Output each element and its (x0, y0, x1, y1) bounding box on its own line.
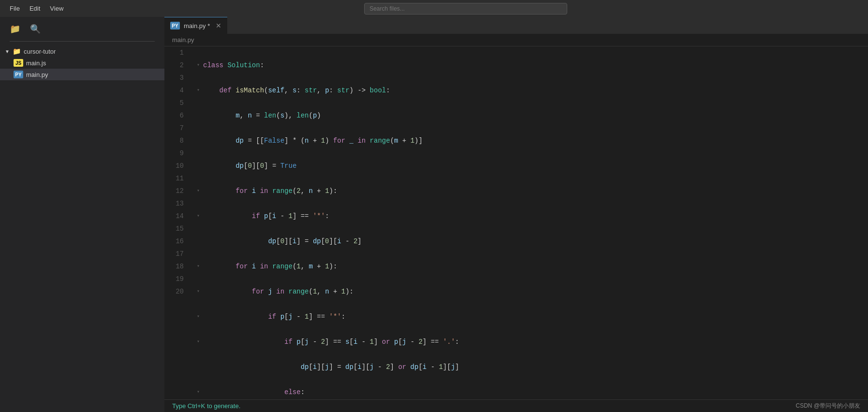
search-container (68, 3, 863, 15)
tab-close-button[interactable]: ✕ (216, 22, 221, 29)
breadcrumb: main.py (164, 34, 868, 46)
chevron-down-icon: ▼ (5, 49, 10, 54)
code-line-2: ▾ def isMatch(self, s: str, p: str) -> b… (193, 84, 868, 97)
py-badge: PY (14, 71, 23, 78)
breadcrumb-label: main.py (172, 36, 194, 44)
code-line-14: ▾ else: (193, 386, 868, 398)
code-editor[interactable]: 1 2 3 4 5 6 7 8 9 10 11 12 13 14 15 16 1… (164, 46, 868, 399)
tab-filename: main.py * (184, 22, 210, 29)
tab-py-badge: PY (170, 22, 180, 29)
code-line-13: dp[i][j] = dp[i][j - 2] or dp[i - 1][j] (193, 361, 868, 373)
js-badge: JS (14, 59, 23, 67)
code-line-7: ▾ if p[i - 1] == '*': (193, 210, 868, 222)
code-line-1: ▾class Solution: (193, 59, 868, 72)
code-line-3: m, n = len(s), len(p) (193, 109, 868, 122)
search-icon[interactable]: 🔍 (30, 24, 41, 34)
fold-arrow-11[interactable]: ▾ (193, 310, 203, 323)
fold-arrow-9[interactable]: ▾ (193, 260, 203, 273)
sidebar-folder-cursor-tutor[interactable]: ▼ 📁 cursor-tutor (0, 45, 164, 57)
filename-label: main.py (26, 71, 48, 78)
folder-label: cursor-tutor (24, 48, 56, 55)
status-bar: Type Ctrl+K to generate. CSDN @带问号的小朋友 (164, 399, 868, 412)
menu-edit[interactable]: Edit (25, 3, 45, 14)
sidebar-item-main-py[interactable]: PY main.py (0, 69, 164, 80)
tab-main-py[interactable]: PY main.py * ✕ (164, 17, 227, 34)
menu-view[interactable]: View (45, 3, 68, 14)
filename-label: main.js (26, 59, 46, 67)
sidebar-toolbar: 📁 🔍 (0, 17, 164, 41)
code-line-12: ▾ if p[j - 2] == s[i - 1] or p[j - 2] ==… (193, 336, 868, 348)
fold-arrow-1[interactable]: ▾ (193, 59, 203, 72)
folder-icon[interactable]: 📁 (10, 24, 20, 34)
code-line-8: dp[0][i] = dp[0][i - 2] (193, 235, 868, 248)
line-numbers: 1 2 3 4 5 6 7 8 9 10 11 12 13 14 15 16 1… (164, 46, 189, 399)
status-hint: Type Ctrl+K to generate. (172, 402, 240, 410)
code-line-11: ▾ if p[j - 1] == '*': (193, 310, 868, 323)
sidebar-item-main-js[interactable]: JS main.js (0, 57, 164, 69)
fold-arrow-6[interactable]: ▾ (193, 185, 203, 197)
code-content[interactable]: ▾class Solution: ▾ def isMatch(self, s: … (189, 46, 868, 399)
folder-open-icon: 📁 (13, 47, 21, 55)
main-layout: 📁 🔍 ▼ 📁 cursor-tutor JS main.js PY main.… (0, 17, 868, 412)
code-line-4: dp = [[False] * (n + 1) for _ in range(m… (193, 134, 868, 147)
sidebar-file-tree: ▼ 📁 cursor-tutor JS main.js PY main.py (0, 42, 164, 84)
menu-file[interactable]: File (5, 3, 25, 14)
search-input[interactable] (364, 3, 567, 15)
fold-arrow-10[interactable]: ▾ (193, 285, 203, 298)
fold-arrow-12[interactable]: ▾ (193, 336, 203, 348)
tab-bar: PY main.py * ✕ (164, 17, 868, 34)
fold-arrow-14[interactable]: ▾ (193, 386, 203, 398)
code-line-5: dp[0][0] = True (193, 160, 868, 172)
status-attribution: CSDN @带问号的小朋友 (795, 402, 860, 410)
code-line-9: ▾ for i in range(1, m + 1): (193, 260, 868, 273)
fold-arrow-2[interactable]: ▾ (193, 84, 203, 97)
editor-area: PY main.py * ✕ main.py 1 2 3 4 5 6 7 8 9… (164, 17, 868, 412)
sidebar: 📁 🔍 ▼ 📁 cursor-tutor JS main.js PY main.… (0, 17, 164, 412)
code-line-10: ▾ for j in range(1, n + 1): (193, 285, 868, 298)
code-line-6: ▾ for i in range(2, n + 1): (193, 185, 868, 197)
menu-bar: File Edit View (0, 0, 868, 17)
fold-arrow-7[interactable]: ▾ (193, 210, 203, 222)
